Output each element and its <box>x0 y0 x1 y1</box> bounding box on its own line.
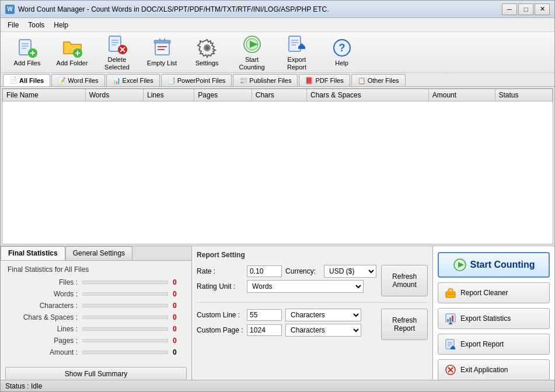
empty-list-label: Empty List <box>147 60 177 66</box>
stat-bar-chars-spaces <box>82 316 168 319</box>
export-report-action-button[interactable]: Export Report <box>438 334 550 355</box>
start-counting-label: Start Counting <box>233 56 271 70</box>
tab-other-files[interactable]: 📋 Other Files <box>351 74 406 86</box>
stat-row-chars: Characters : 0 <box>8 302 184 310</box>
stat-label-pages: Pages : <box>8 337 78 345</box>
custom-line-row: Custom Line : Characters Words <box>197 309 376 321</box>
add-files-label: Add Files <box>14 60 41 66</box>
stat-row-lines: Lines : 0 <box>8 325 184 333</box>
stat-bar-words <box>82 292 168 296</box>
report-cleaner-button[interactable]: Report Cleaner <box>438 282 550 303</box>
file-area: File Name Words Lines Pages Chars Chars … <box>1 87 554 380</box>
stat-label-amount: Amount : <box>8 348 78 356</box>
menu-file[interactable]: File <box>3 20 23 30</box>
title-bar-controls: ─ □ ✕ <box>502 4 550 15</box>
tab-excel-files[interactable]: 📊 Excel Files <box>106 74 160 86</box>
menu-tools[interactable]: Tools <box>23 20 49 30</box>
start-counting-button[interactable]: Start Counting <box>230 34 274 71</box>
col-filename: File Name <box>3 89 86 102</box>
col-chars-spaces: Chars & Spaces <box>306 89 428 102</box>
svg-marker-45 <box>448 322 453 324</box>
tab-word-files[interactable]: 📝 Word Files <box>51 74 104 86</box>
tab-powerpoint-files[interactable]: 📑 PowerPoint Files <box>161 74 232 86</box>
stats-content: Final Statistics for All Files Files : 0… <box>1 261 191 365</box>
settings-label: Settings <box>196 60 219 66</box>
show-summary-button[interactable]: Show Full Summary <box>5 367 187 380</box>
exit-application-button[interactable]: Exit Application <box>438 359 550 380</box>
help-icon: ? <box>331 37 352 58</box>
delete-selected-button[interactable]: Delete Selected <box>95 34 139 71</box>
file-tabs-bar: 📄 All Files 📝 Word Files 📊 Excel Files 📑… <box>1 73 554 87</box>
stat-bar-lines <box>82 327 168 331</box>
rate-row: Rate : Currency: USD ($) EUR (€) GBP (£) <box>197 265 376 278</box>
empty-list-icon <box>152 37 173 58</box>
stat-label-lines: Lines : <box>8 325 78 333</box>
add-folder-label: Add Folder <box>57 60 88 66</box>
currency-select[interactable]: USD ($) EUR (€) GBP (£) <box>324 265 376 278</box>
files-table: File Name Words Lines Pages Chars Chars … <box>2 89 553 102</box>
custom-page-input[interactable] <box>247 324 282 336</box>
rating-unit-row: Rating Unit : Words Characters Lines Pag… <box>197 280 376 293</box>
refresh-report-button[interactable]: Refresh Report <box>381 309 428 340</box>
rating-unit-select[interactable]: Words Characters Lines Pages <box>247 280 364 293</box>
delete-selected-label: Delete Selected <box>98 56 136 70</box>
custom-page-unit-select[interactable]: Characters Words <box>285 324 361 337</box>
menu-bar: File Tools Help <box>1 18 554 32</box>
custom-line-unit-select[interactable]: Characters Words <box>285 309 361 321</box>
toolbar: Add Files Add Folder <box>1 32 554 73</box>
minimize-button[interactable]: ─ <box>502 4 517 15</box>
tab-all-files[interactable]: 📄 All Files <box>3 74 50 86</box>
maximize-button[interactable]: □ <box>518 4 533 15</box>
file-table[interactable]: File Name Words Lines Pages Chars Chars … <box>2 88 553 244</box>
main-start-counting-button[interactable]: Start Counting <box>438 252 550 278</box>
app-icon: W <box>5 5 15 14</box>
stat-label-files: Files : <box>8 278 78 286</box>
stat-row-pages: Pages : 0 <box>8 337 184 345</box>
stat-bar-pages <box>82 339 168 342</box>
report-section-title: Report Setting <box>197 251 428 259</box>
add-files-icon <box>17 37 38 58</box>
svg-rect-51 <box>451 348 455 349</box>
rate-input[interactable] <box>247 265 282 277</box>
svg-point-25 <box>205 46 209 50</box>
refresh-amount-button[interactable]: Refresh Amount <box>381 265 428 296</box>
report-cleaner-icon <box>444 286 457 299</box>
add-folder-button[interactable]: Add Folder <box>50 34 94 71</box>
panel-tab-statistics[interactable]: Final Statistics <box>1 246 65 260</box>
start-counting-main-label: Start Counting <box>470 260 535 270</box>
stat-value-amount: 0 <box>173 348 184 356</box>
export-statistics-icon <box>444 312 457 325</box>
col-lines: Lines <box>144 89 194 102</box>
close-button[interactable]: ✕ <box>535 4 550 15</box>
empty-list-button[interactable]: Empty List <box>140 34 184 71</box>
add-files-button[interactable]: Add Files <box>5 34 49 71</box>
add-folder-icon <box>62 37 83 58</box>
export-statistics-button[interactable]: Export Statistics <box>438 308 550 329</box>
export-report-button[interactable]: Export Report <box>275 34 319 71</box>
stat-value-words: 0 <box>173 290 184 298</box>
tab-publisher-files[interactable]: 📰 Publisher Files <box>233 74 298 86</box>
svg-rect-43 <box>449 317 451 321</box>
svg-rect-39 <box>446 292 455 298</box>
stat-row-files: Files : 0 <box>8 278 184 286</box>
main-content: File Name Words Lines Pages Chars Chars … <box>1 87 554 380</box>
panel-tab-settings[interactable]: General Settings <box>65 246 132 260</box>
settings-button[interactable]: Settings <box>185 34 229 71</box>
col-status: Status <box>495 89 553 102</box>
custom-line-input[interactable] <box>247 309 282 321</box>
settings-icon <box>197 37 218 58</box>
stats-title: Final Statistics for All Files <box>8 265 184 274</box>
title-bar: W Word Count Manager - Count Words in DO… <box>1 1 554 18</box>
menu-help[interactable]: Help <box>49 20 73 30</box>
col-words: Words <box>85 89 143 102</box>
export-report-label: Export Report <box>278 56 316 70</box>
svg-rect-17 <box>155 42 169 55</box>
stat-bar-amount <box>82 351 168 354</box>
stat-value-lines: 0 <box>173 325 184 333</box>
exit-application-label: Exit Application <box>460 366 508 374</box>
export-report-action-label: Export Report <box>460 340 504 348</box>
tab-pdf-files[interactable]: 📕 PDF Files <box>299 74 350 86</box>
stat-value-pages: 0 <box>173 337 184 345</box>
help-button[interactable]: ? Help <box>320 34 364 71</box>
col-amount: Amount <box>428 89 495 102</box>
